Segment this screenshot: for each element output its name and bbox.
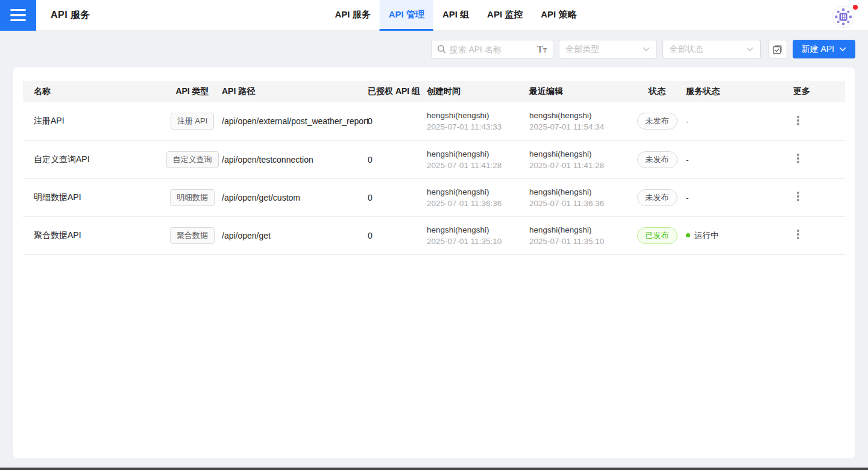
window-bottom-edge <box>0 468 868 470</box>
edited-at: 2025-07-01 11:41:28 <box>529 160 631 171</box>
chevron-down-icon <box>643 47 650 52</box>
edited-at: 2025-07-01 11:35:10 <box>529 236 631 247</box>
search-box[interactable]: TT <box>431 40 553 58</box>
api-type-tag: 注册 API <box>171 113 215 130</box>
api-table: 名称 API 类型 API 路径 已授权 API 组 创建时间 最近编辑 状态 … <box>23 81 845 255</box>
page-title: API 服务 <box>51 9 90 22</box>
api-type-tag: 自定义查询 <box>166 151 219 168</box>
chevron-down-icon <box>746 47 753 52</box>
account-area <box>832 5 858 29</box>
nav-tabs: API 服务 API 管理 API 组 API 监控 API 策略 <box>326 0 586 31</box>
more-actions-button[interactable] <box>793 226 803 243</box>
service-status: - <box>686 155 689 164</box>
api-name-link[interactable]: 注册API <box>34 116 64 125</box>
api-table-card: 名称 API 类型 API 路径 已授权 API 组 创建时间 最近编辑 状态 … <box>13 67 855 458</box>
api-name-link[interactable]: 聚合数据API <box>34 230 81 240</box>
edited-by: hengshi(hengshi) <box>529 224 631 236</box>
hengshi-logo-icon <box>834 8 852 26</box>
hamburger-menu-button[interactable] <box>0 0 36 31</box>
status-badge: 未发布 <box>637 113 678 130</box>
created-at: 2025-07-01 11:41:28 <box>427 160 529 171</box>
edited-by: hengshi(hengshi) <box>529 110 631 121</box>
created-at: 2025-07-01 11:43:33 <box>427 121 529 133</box>
created-by: hengshi(hengshi) <box>427 224 529 236</box>
chevron-down-icon <box>839 47 846 52</box>
batch-select-button[interactable] <box>769 40 787 58</box>
col-header-created: 创建时间 <box>427 81 529 102</box>
more-actions-button[interactable] <box>793 112 803 130</box>
created-by: hengshi(hengshi) <box>427 110 529 121</box>
authorized-groups-count: 0 <box>368 193 373 202</box>
search-input[interactable] <box>450 45 537 54</box>
api-path: /api/open/external/post_weather_report <box>222 116 369 126</box>
tab-api-service[interactable]: API 服务 <box>326 0 380 31</box>
notification-dot <box>853 5 858 10</box>
tab-api-management[interactable]: API 管理 <box>380 0 433 31</box>
col-header-more: 更多 <box>778 81 845 102</box>
created-by: hengshi(hengshi) <box>427 148 529 160</box>
col-header-service: 服务状态 <box>684 81 778 102</box>
api-path: /api/open/testconnection <box>222 155 313 164</box>
col-header-path: API 路径 <box>222 81 368 102</box>
status-badge: 已发布 <box>637 227 678 244</box>
edited-by: hengshi(hengshi) <box>529 186 631 198</box>
api-type-tag: 聚合数据 <box>170 227 215 244</box>
created-at: 2025-07-01 11:35:10 <box>427 236 529 247</box>
table-header-row: 名称 API 类型 API 路径 已授权 API 组 创建时间 最近编辑 状态 … <box>23 81 845 102</box>
more-actions-button[interactable] <box>793 188 803 205</box>
tab-api-policy[interactable]: API 策略 <box>532 0 585 31</box>
status-badge: 未发布 <box>637 151 678 168</box>
edited-by: hengshi(hengshi) <box>529 148 631 160</box>
service-status: - <box>686 193 689 202</box>
match-case-icon[interactable]: TT <box>537 45 547 54</box>
col-header-status: 状态 <box>631 81 684 102</box>
tab-api-group[interactable]: API 组 <box>433 0 478 31</box>
col-header-groups: 已授权 API 组 <box>368 81 427 102</box>
edited-at: 2025-07-01 11:54:34 <box>529 121 631 133</box>
table-row: 自定义查询API 自定义查询 /api/open/testconnection … <box>23 140 845 178</box>
table-row: 注册API 注册 API /api/open/external/post_wea… <box>23 102 845 140</box>
edited-at: 2025-07-01 11:36:36 <box>529 198 631 209</box>
type-filter-select[interactable]: 全部类型 <box>559 40 657 58</box>
running-dot-icon <box>686 233 690 237</box>
authorized-groups-count: 0 <box>368 116 373 126</box>
api-path: /api/open/get <box>222 231 271 240</box>
authorized-groups-count: 0 <box>368 155 373 164</box>
tab-api-monitor[interactable]: API 监控 <box>478 0 532 31</box>
created-at: 2025-07-01 11:36:36 <box>427 198 529 209</box>
created-by: hengshi(hengshi) <box>427 186 529 198</box>
api-type-tag: 明细数据 <box>170 189 215 206</box>
col-header-type: API 类型 <box>163 81 222 102</box>
search-icon <box>437 45 446 54</box>
create-api-button[interactable]: 新建 API <box>793 40 855 58</box>
service-status: - <box>686 117 689 126</box>
more-actions-button[interactable] <box>793 150 803 168</box>
col-header-edited: 最近编辑 <box>529 81 631 102</box>
table-row: 明细数据API 明细数据 /api/open/get/custom 0 heng… <box>23 178 845 216</box>
api-name-link[interactable]: 自定义查询API <box>34 154 90 164</box>
app-logo[interactable] <box>832 6 854 28</box>
status-badge: 未发布 <box>637 189 678 206</box>
api-path: /api/open/get/custom <box>222 193 300 202</box>
table-body: 注册API 注册 API /api/open/external/post_wea… <box>23 102 845 254</box>
filter-toolbar: TT 全部类型 全部状态 新建 API <box>431 40 855 58</box>
col-header-name: 名称 <box>23 81 163 102</box>
top-header: API 服务 API 服务 API 管理 API 组 API 监控 API 策略 <box>0 0 868 31</box>
service-status: 运行中 <box>686 230 719 241</box>
api-name-link[interactable]: 明细数据API <box>34 192 81 202</box>
status-filter-select[interactable]: 全部状态 <box>662 40 761 58</box>
table-row: 聚合数据API 聚合数据 /api/open/get 0 hengshi(hen… <box>23 216 845 254</box>
batch-checkbox-icon <box>772 44 783 55</box>
authorized-groups-count: 0 <box>368 231 373 240</box>
